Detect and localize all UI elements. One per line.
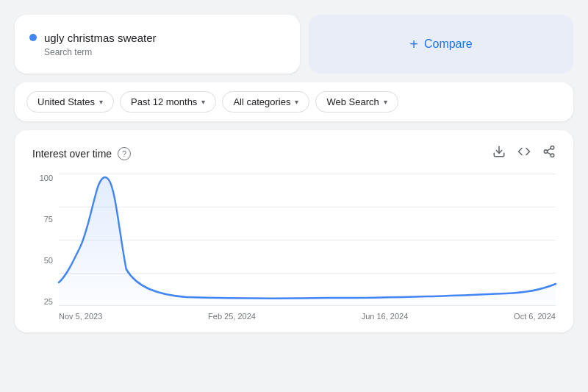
compare-label: Compare: [424, 38, 473, 51]
filter-region[interactable]: United States ▾: [26, 91, 114, 113]
chart-inner: [59, 174, 556, 306]
x-axis: Nov 5, 2023 Feb 25, 2024 Jun 16, 2024 Oc…: [59, 306, 556, 321]
chart-header: Interest over time ?: [32, 145, 556, 162]
search-card: ugly christmas sweater Search term: [15, 15, 300, 74]
compare-button[interactable]: + Compare: [409, 37, 473, 51]
y-label-25: 25: [44, 297, 56, 306]
svg-line-4: [547, 152, 551, 154]
chevron-down-icon: ▾: [99, 98, 103, 106]
svg-line-5: [547, 149, 551, 151]
y-label-50: 50: [44, 256, 56, 265]
filter-period[interactable]: Past 12 months ▾: [120, 91, 216, 113]
trend-line-svg: [59, 174, 556, 306]
share-icon[interactable]: [542, 145, 556, 162]
compare-card[interactable]: + Compare: [309, 15, 573, 74]
chevron-down-icon: ▾: [201, 98, 205, 106]
compare-plus-icon: +: [409, 37, 418, 51]
chevron-down-icon: ▾: [384, 98, 387, 106]
chart-card: Interest over time ? 100 75 50 25: [15, 130, 573, 332]
chevron-down-icon: ▾: [295, 98, 298, 106]
filter-region-label: United States: [37, 96, 95, 107]
chart-actions: [492, 145, 556, 162]
download-icon[interactable]: [492, 145, 506, 162]
y-label-75: 75: [44, 215, 56, 224]
chart-title: Interest over time: [32, 148, 112, 160]
x-label-jun: Jun 16, 2024: [362, 312, 409, 321]
help-icon[interactable]: ?: [118, 147, 131, 160]
y-axis: 100 75 50 25: [32, 174, 56, 306]
search-term: ugly christmas sweater: [44, 32, 157, 44]
search-term-row: ugly christmas sweater: [29, 32, 285, 44]
search-type: Search term: [44, 47, 285, 57]
filter-category[interactable]: All categories ▾: [222, 91, 309, 113]
filters-card: United States ▾ Past 12 months ▾ All cat…: [15, 82, 573, 121]
filter-period-label: Past 12 months: [131, 96, 197, 107]
x-label-nov: Nov 5, 2023: [59, 312, 102, 321]
x-label-feb: Feb 25, 2024: [208, 312, 256, 321]
filter-type[interactable]: Web Search ▾: [315, 91, 398, 113]
y-label-100: 100: [40, 174, 56, 182]
search-dot: [29, 34, 37, 41]
filter-category-label: All categories: [233, 96, 290, 107]
x-label-oct: Oct 6, 2024: [514, 312, 556, 321]
chart-area: 100 75 50 25: [32, 174, 556, 321]
code-icon[interactable]: [517, 145, 531, 162]
chart-title-row: Interest over time ?: [32, 147, 131, 160]
top-section: ugly christmas sweater Search term + Com…: [15, 15, 573, 74]
filter-type-label: Web Search: [326, 96, 379, 107]
